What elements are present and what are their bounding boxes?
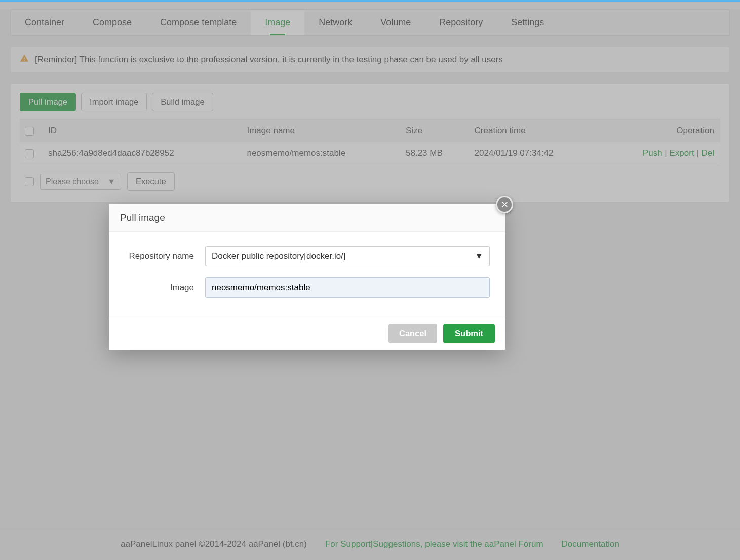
close-icon[interactable]: ✕ (496, 196, 513, 213)
image-label: Image (124, 283, 205, 293)
repo-name-value: Docker public repository[docker.io/] (212, 251, 346, 261)
pull-image-modal: ✕ Pull image Repository name Docker publ… (109, 204, 505, 350)
image-input[interactable] (205, 277, 490, 298)
repo-name-label: Repository name (124, 251, 205, 261)
repo-name-select[interactable]: Docker public repository[docker.io/] ▼ (205, 246, 490, 266)
modal-title: Pull image (109, 204, 505, 232)
submit-button[interactable]: Submit (443, 324, 495, 343)
cancel-button[interactable]: Cancel (388, 324, 437, 343)
chevron-down-icon: ▼ (475, 251, 483, 261)
